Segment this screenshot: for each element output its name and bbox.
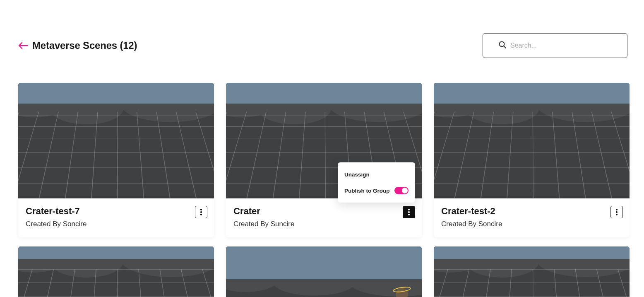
header-row: Metaverse Scenes (12) [18, 33, 627, 58]
popover-unassign[interactable]: Unassign [344, 170, 409, 179]
popover-publish-label: Publish to Group [344, 188, 390, 194]
more-button[interactable] [195, 206, 207, 218]
more-dots-icon [200, 209, 202, 215]
scene-creator: Created By Soncire [441, 220, 623, 228]
scene-card[interactable] [226, 246, 422, 297]
scene-thumbnail [434, 83, 630, 198]
card-body: Crater-test-7 Created By Soncire [18, 198, 214, 237]
publish-toggle[interactable] [394, 187, 409, 194]
toggle-knob [402, 188, 408, 193]
scene-thumbnail [226, 246, 422, 297]
card-body: Crater Created By Suncire [226, 198, 422, 237]
search-wrap [483, 33, 627, 58]
avatar-icon [391, 288, 413, 297]
back-arrow-icon[interactable] [18, 42, 28, 49]
more-dots-icon [616, 209, 618, 215]
scene-grid: Crater-test-7 Created By Soncire Unassig… [18, 83, 627, 297]
title-group: Metaverse Scenes (12) [18, 40, 137, 51]
scene-title: Crater-test-7 [26, 206, 207, 217]
more-dots-icon [408, 209, 410, 215]
scene-thumbnail [18, 246, 214, 297]
page-title: Metaverse Scenes (12) [32, 40, 137, 51]
scene-thumbnail [434, 246, 630, 297]
scene-card[interactable]: Crater-test-2 Created By Soncire [434, 83, 630, 237]
popover-unassign-label: Unassign [344, 171, 370, 178]
scene-title: Crater [233, 206, 415, 217]
more-button[interactable] [403, 206, 415, 218]
card-popover: Unassign Publish to Group [338, 162, 415, 203]
scene-creator: Created By Soncire [26, 220, 207, 228]
scene-title: Crater-test-2 [441, 206, 623, 217]
more-button[interactable] [610, 206, 623, 218]
scene-card[interactable]: Unassign Publish to Group Crater Created… [226, 83, 422, 237]
scene-creator: Created By Suncire [233, 220, 415, 228]
card-body: Crater-test-2 Created By Soncire [434, 198, 630, 237]
scene-card[interactable] [18, 246, 214, 297]
popover-publish[interactable]: Publish to Group [344, 185, 409, 196]
scene-thumbnail [18, 83, 214, 198]
search-input[interactable] [483, 33, 627, 58]
scene-card[interactable]: Crater-test-7 Created By Soncire [18, 83, 214, 237]
scene-card[interactable] [434, 246, 630, 297]
